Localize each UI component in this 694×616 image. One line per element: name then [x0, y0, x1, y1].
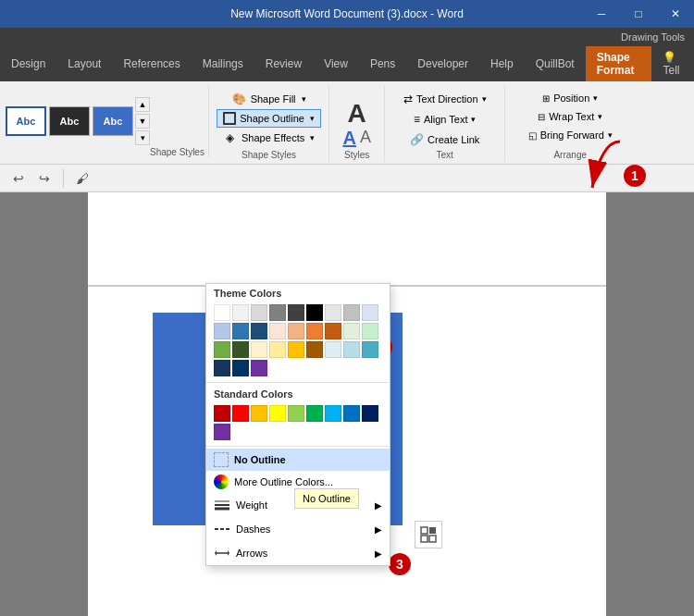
- styles-label: Styles: [344, 150, 369, 160]
- create-link-button[interactable]: 🔗 Create Link: [403, 130, 486, 149]
- tab-references[interactable]: References: [112, 46, 191, 81]
- color-yellow2[interactable]: [269, 341, 286, 358]
- arrows-item[interactable]: Arrows ▶: [206, 541, 390, 565]
- tab-review[interactable]: Review: [254, 46, 313, 81]
- position-arrow: ▾: [593, 93, 598, 103]
- color-brightgreen[interactable]: [288, 405, 304, 422]
- color-brightyellow[interactable]: [269, 405, 286, 422]
- color-lightgray2[interactable]: [251, 304, 267, 321]
- minimize-button[interactable]: ─: [583, 0, 620, 28]
- color-blue4[interactable]: [251, 323, 267, 339]
- color-teal2[interactable]: [343, 341, 360, 358]
- color-rose2[interactable]: [343, 304, 360, 321]
- color-orange3[interactable]: [306, 323, 323, 339]
- color-lightgray1[interactable]: [232, 304, 249, 321]
- theme-colors-header: Theme Colors: [206, 284, 390, 302]
- red-arrow-svg-1: [546, 132, 638, 206]
- color-blue[interactable]: [343, 405, 360, 422]
- maximize-button[interactable]: □: [620, 0, 657, 28]
- no-outline-item[interactable]: No Outline: [206, 449, 390, 471]
- position-button[interactable]: ⊞ Position ▾: [536, 90, 604, 106]
- color-yellow1[interactable]: [251, 341, 267, 358]
- color-purple[interactable]: [251, 360, 267, 376]
- tab-design[interactable]: Design: [0, 46, 56, 81]
- color-rose1[interactable]: [325, 304, 341, 321]
- redo-button[interactable]: ↪: [33, 167, 56, 190]
- wrap-text-button[interactable]: ⊟ Wrap Text ▾: [531, 108, 609, 125]
- tab-shape-format[interactable]: Shape Format: [586, 46, 652, 81]
- color-orange4[interactable]: [325, 323, 341, 339]
- dashes-item[interactable]: Dashes ▶: [206, 517, 390, 541]
- shape-style-blue[interactable]: Abc: [93, 106, 133, 136]
- color-blue1[interactable]: [362, 304, 378, 321]
- drawing-tools-bar: Drawing Tools: [0, 28, 694, 46]
- shape-outline-button[interactable]: Shape Outline ▾: [217, 109, 321, 128]
- color-white[interactable]: [214, 304, 230, 321]
- ribbon-body: Abc Abc Abc ▲ ▼ ▾ Shape Styles 🎨 Shape F…: [0, 81, 694, 165]
- color-navy[interactable]: [232, 360, 249, 376]
- color-blue3[interactable]: [232, 323, 249, 339]
- tab-view[interactable]: View: [313, 46, 359, 81]
- color-orange2[interactable]: [288, 323, 304, 339]
- bring-forward-icon: ◱: [528, 130, 537, 141]
- shape-effects-arrow: ▾: [310, 133, 315, 142]
- color-teal1[interactable]: [325, 341, 341, 358]
- format-painter-button[interactable]: 🖌: [71, 167, 93, 190]
- color-blue2[interactable]: [214, 323, 230, 339]
- svg-rect-1: [421, 527, 428, 534]
- font-A-color-icon: A: [343, 129, 356, 147]
- align-text-button[interactable]: ≡ Align Text ▾: [407, 110, 483, 129]
- styles-scroll-down[interactable]: ▼: [135, 114, 150, 129]
- tab-developer[interactable]: Developer: [406, 46, 479, 81]
- color-green3[interactable]: [214, 341, 230, 358]
- tab-quillbot[interactable]: QuillBot: [525, 46, 586, 81]
- layout-options-button[interactable]: [415, 521, 442, 548]
- divider-2: [206, 446, 390, 447]
- tab-layout[interactable]: Layout: [56, 46, 112, 81]
- shape-outline-icon: [223, 112, 236, 125]
- color-darkgray[interactable]: [288, 304, 304, 321]
- color-violet[interactable]: [214, 424, 230, 440]
- tab-pens[interactable]: Pens: [359, 46, 406, 81]
- color-darkblue[interactable]: [362, 405, 378, 422]
- styles-scroll-up[interactable]: ▲: [135, 97, 150, 112]
- arrows-arrow: ▶: [375, 548, 382, 559]
- color-gold[interactable]: [251, 405, 267, 422]
- drawing-tools-label: Drawing Tools: [621, 31, 685, 43]
- ribbon-tabs: Design Layout References Mailings Review…: [0, 46, 694, 81]
- shape-style-light[interactable]: Abc: [6, 106, 46, 136]
- undo-button[interactable]: ↩: [7, 167, 30, 190]
- dashes-arrow: ▶: [375, 524, 382, 535]
- shape-style-dark[interactable]: Abc: [49, 106, 90, 136]
- divider-1: [206, 382, 390, 383]
- close-button[interactable]: ✕: [657, 0, 694, 28]
- svg-marker-12: [228, 550, 229, 556]
- wrap-text-arrow: ▾: [598, 112, 602, 121]
- text-direction-button[interactable]: ⇄ Text Direction ▾: [397, 90, 493, 108]
- tab-tell[interactable]: 💡 Tell: [651, 46, 694, 81]
- color-teal3[interactable]: [362, 341, 378, 358]
- color-green[interactable]: [306, 405, 323, 422]
- tab-mailings[interactable]: Mailings: [192, 46, 254, 81]
- align-text-icon: ≡: [414, 113, 420, 126]
- weight-icon: [214, 497, 230, 513]
- color-yellow3[interactable]: [288, 341, 304, 358]
- shape-effects-button[interactable]: ◈ Shape Effects ▾: [217, 128, 321, 148]
- color-lightblue[interactable]: [325, 405, 341, 422]
- shape-effects-icon: ◈: [223, 130, 238, 145]
- color-gray[interactable]: [269, 304, 286, 321]
- color-green1[interactable]: [343, 323, 360, 339]
- shape-fill-button[interactable]: 🎨 Shape Fill ▾: [226, 89, 313, 109]
- color-green2[interactable]: [362, 323, 378, 339]
- color-teal4[interactable]: [214, 360, 230, 376]
- color-yellow4[interactable]: [306, 341, 323, 358]
- color-orange1[interactable]: [269, 323, 286, 339]
- color-green4[interactable]: [232, 341, 249, 358]
- color-red[interactable]: [232, 405, 249, 422]
- tab-help[interactable]: Help: [479, 46, 525, 81]
- color-black[interactable]: [306, 304, 323, 321]
- font-section: A A A Styles: [329, 85, 385, 162]
- styles-expand[interactable]: ▾: [135, 130, 150, 145]
- standard-colors-grid: [206, 403, 390, 444]
- color-darkred[interactable]: [214, 405, 230, 422]
